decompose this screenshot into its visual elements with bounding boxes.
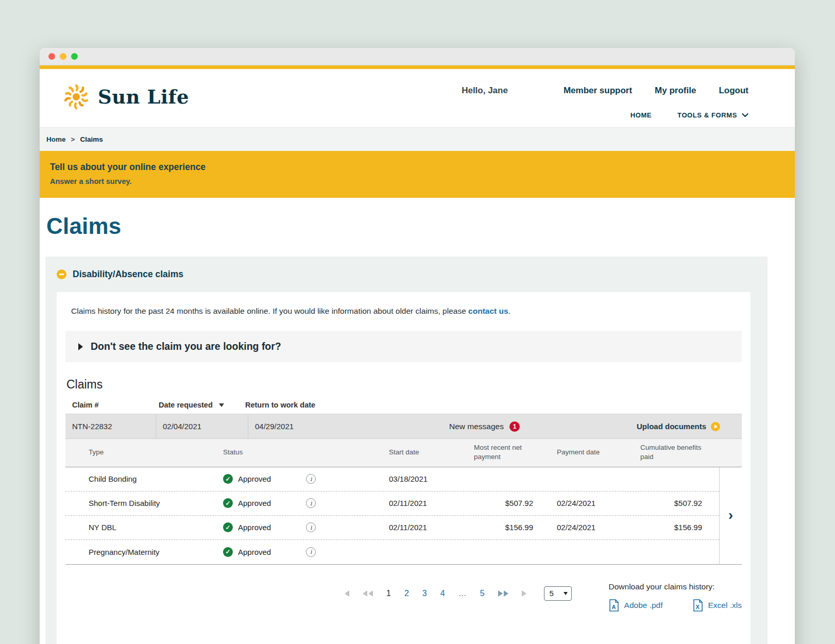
message-count-badge: 1	[509, 421, 520, 432]
info-icon[interactable]: i	[306, 547, 316, 557]
new-messages-link[interactable]: New messages 1	[449, 414, 520, 438]
pdf-file-icon: A	[609, 599, 619, 612]
table-row[interactable]: Child Bonding ✓ Approved i 03/18/2021	[65, 467, 719, 492]
table-row[interactable]: NY DBL ✓ Approved i 02/11/2021 $156.99 0…	[65, 516, 719, 540]
claim-date-requested: 02/04/2021	[156, 414, 248, 438]
section-title: Disability/Absence claims	[73, 269, 183, 280]
missing-claim-expander[interactable]: Don't see the claim you are looking for?	[65, 331, 742, 362]
disability-claims-panel: Disability/Absence claims Claims history…	[45, 257, 768, 644]
table-row[interactable]: Pregnancy/Maternity ✓ Approved i	[65, 540, 719, 564]
sunlife-logo[interactable]: Sun Life	[59, 81, 189, 112]
page-number-current: 1	[386, 589, 391, 598]
user-greeting: Hello, Jane	[462, 86, 508, 96]
minimize-window-button[interactable]	[60, 53, 66, 60]
primary-nav: HOME TOOLS & FORMS	[630, 111, 748, 119]
prev-page-button[interactable]	[345, 590, 349, 597]
breadcrumb-current: Claims	[80, 135, 103, 143]
survey-banner-title: Tell us about your online experience	[50, 162, 775, 173]
zoom-window-button[interactable]	[71, 53, 78, 60]
pagination: 1 2 3 4 … 5 5	[345, 582, 572, 601]
approved-check-icon: ✓	[223, 474, 233, 484]
claim-detail-columns: Type Status Start date Most recent net p…	[65, 439, 742, 466]
header-right: Hello, Jane Member support My profile Lo…	[462, 81, 748, 119]
logout-link[interactable]: Logout	[719, 86, 748, 96]
claims-table-heading: Claims	[66, 378, 742, 392]
chevron-right-icon: ›	[728, 509, 733, 522]
chevron-down-icon	[742, 113, 748, 117]
page-size-select[interactable]: 5	[544, 586, 572, 601]
logo-wordmark: Sun Life	[98, 86, 189, 108]
sun-icon	[59, 81, 93, 112]
fast-backward-button[interactable]	[363, 590, 373, 597]
claim-return-date: 04/29/2021	[248, 414, 449, 438]
page-number-link[interactable]: 5	[480, 589, 485, 598]
expand-claim-details-button[interactable]: ›	[719, 467, 742, 564]
sort-date-requested[interactable]: Date requested	[159, 401, 245, 409]
my-profile-link[interactable]: My profile	[655, 86, 696, 96]
approved-check-icon: ✓	[223, 498, 233, 508]
svg-text:X: X	[695, 604, 700, 610]
col-status: Status	[215, 448, 382, 457]
page-ellipsis: …	[458, 589, 467, 598]
claims-card: Claims history for the past 24 months is…	[57, 292, 751, 644]
col-start-date: Start date	[382, 448, 472, 457]
page-number-link[interactable]: 4	[440, 589, 445, 598]
claim-detail-rows: Child Bonding ✓ Approved i 03/18/2021	[65, 467, 742, 565]
header-claim-number: Claim #	[72, 401, 159, 409]
claims-history-intro: Claims history for the past 24 months is…	[71, 306, 742, 317]
download-excel-link[interactable]: X Excel .xls	[693, 599, 742, 612]
expand-arrow-icon	[78, 343, 83, 350]
main-content: Claims Disability/Absence claims Claims …	[40, 213, 795, 644]
next-page-button[interactable]	[522, 590, 526, 597]
page-title: Claims	[46, 213, 768, 239]
page-number-link[interactable]: 2	[404, 589, 409, 598]
table-footer: 1 2 3 4 … 5 5 Download y	[65, 582, 742, 612]
upload-documents-button[interactable]: Upload documents	[637, 414, 742, 438]
info-icon[interactable]: i	[306, 474, 316, 484]
table-row[interactable]: Short-Term Disability ✓ Approved i 02/11…	[65, 492, 719, 516]
download-pdf-link[interactable]: A Adobe .pdf	[609, 599, 663, 612]
fast-forward-button[interactable]	[498, 590, 508, 597]
sort-descending-icon	[219, 403, 224, 407]
download-section: Download your claims history: A Adobe .p…	[609, 582, 742, 612]
claim-table-headers: Claim # Date requested Return to work da…	[65, 401, 742, 409]
col-payment-date: Payment date	[534, 448, 624, 457]
breadcrumb-home-link[interactable]: Home	[46, 135, 66, 143]
download-label: Download your claims history:	[609, 582, 742, 591]
breadcrumb-separator: >	[71, 135, 75, 143]
page-number-link[interactable]: 3	[422, 589, 427, 598]
collapse-minus-icon	[57, 269, 66, 279]
claim-number: NTN-22832	[65, 414, 156, 438]
claim-summary-row[interactable]: NTN-22832 02/04/2021 04/29/2021 New mess…	[65, 414, 742, 439]
survey-banner[interactable]: Tell us about your online experience Ans…	[40, 151, 795, 198]
window-titlebar	[40, 48, 795, 65]
approved-check-icon: ✓	[223, 547, 233, 557]
excel-file-icon: X	[693, 599, 703, 612]
brand-accent-bar	[40, 65, 795, 69]
info-icon[interactable]: i	[306, 498, 316, 508]
member-support-link[interactable]: Member support	[564, 86, 632, 96]
section-collapse-toggle[interactable]: Disability/Absence claims	[45, 269, 768, 280]
nav-home[interactable]: HOME	[630, 111, 652, 119]
site-header: Sun Life Hello, Jane Member support My p…	[40, 69, 795, 127]
nav-tools-forms[interactable]: TOOLS & FORMS	[677, 111, 748, 119]
info-icon[interactable]: i	[306, 522, 316, 532]
upload-arrow-icon	[711, 422, 720, 431]
col-cumulative-benefits: Cumulative benefits paid	[624, 443, 708, 461]
close-window-button[interactable]	[48, 53, 55, 60]
browser-window: Sun Life Hello, Jane Member support My p…	[40, 48, 795, 644]
col-type: Type	[65, 448, 215, 457]
approved-check-icon: ✓	[223, 522, 233, 532]
contact-us-link[interactable]: contact us	[468, 307, 508, 315]
survey-banner-link[interactable]: Answer a short survey.	[50, 177, 775, 185]
breadcrumb: Home > Claims	[40, 127, 795, 151]
svg-text:A: A	[611, 604, 616, 610]
header-return-to-work: Return to work date	[245, 401, 315, 409]
col-net-payment: Most recent net payment	[472, 443, 533, 461]
